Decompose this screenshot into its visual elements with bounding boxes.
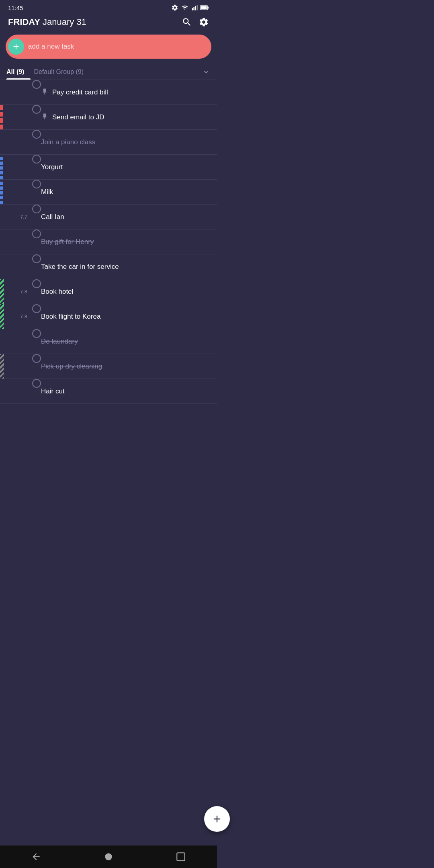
task-checkbox[interactable] bbox=[32, 254, 41, 263]
task-content: Book hotel bbox=[41, 279, 217, 304]
tabs-bar: All (9) Default Group (9) bbox=[0, 64, 217, 80]
task-text: Send email to JD bbox=[52, 113, 104, 121]
task-row[interactable]: Buy gift for Henry bbox=[0, 229, 217, 254]
settings-status-icon bbox=[171, 4, 178, 11]
task-text: Buy gift for Henry bbox=[41, 238, 94, 246]
task-checkbox[interactable] bbox=[32, 304, 41, 313]
task-row[interactable]: Pick up dry cleaning bbox=[0, 354, 217, 379]
task-row[interactable]: 7.8Book flight to Korea bbox=[0, 304, 217, 329]
task-checkbox[interactable] bbox=[32, 329, 41, 338]
pin-icon bbox=[41, 88, 48, 97]
task-content: Join a piano class bbox=[41, 130, 217, 154]
task-date: 7.8 bbox=[20, 313, 27, 319]
accent-blue bbox=[0, 180, 3, 204]
task-content: Pay credit card bill bbox=[41, 80, 217, 104]
task-text: Pick up dry cleaning bbox=[41, 362, 102, 371]
task-checkbox[interactable] bbox=[32, 80, 41, 89]
task-checkbox[interactable] bbox=[32, 130, 41, 139]
header-date: FRIDAY January 31 bbox=[8, 17, 86, 27]
task-date: 7.8 bbox=[20, 289, 27, 295]
task-row[interactable]: Take the car in for service bbox=[0, 254, 217, 279]
tab-default-group[interactable]: Default Group (9) bbox=[34, 64, 90, 80]
task-row[interactable]: Join a piano class bbox=[0, 130, 217, 155]
status-icons bbox=[171, 4, 209, 11]
search-icon[interactable] bbox=[182, 17, 192, 27]
date-label: January 31 bbox=[43, 17, 86, 27]
header-actions bbox=[182, 17, 209, 27]
task-content: Take the car in for service bbox=[41, 254, 217, 279]
task-content: Send email to JD bbox=[41, 105, 217, 129]
task-content: Milk bbox=[41, 180, 217, 204]
status-time: 11:45 bbox=[8, 4, 23, 11]
task-text: Call Ian bbox=[41, 213, 64, 221]
task-checkbox[interactable] bbox=[32, 155, 41, 164]
task-date-cell bbox=[0, 180, 32, 204]
task-date-cell bbox=[0, 130, 32, 154]
battery-icon bbox=[200, 5, 209, 10]
task-date-cell: 7.7 bbox=[0, 205, 32, 229]
svg-rect-0 bbox=[192, 8, 193, 10]
task-text: Book flight to Korea bbox=[41, 313, 100, 321]
task-text: Take the car in for service bbox=[41, 263, 119, 271]
task-row[interactable]: Do laundary bbox=[0, 329, 217, 354]
task-date-cell bbox=[0, 354, 32, 379]
task-date-cell bbox=[0, 80, 32, 104]
task-row[interactable]: Yorgurt bbox=[0, 155, 217, 180]
svg-rect-5 bbox=[208, 6, 209, 8]
settings-icon[interactable] bbox=[199, 17, 209, 27]
task-row[interactable]: Hair cut bbox=[0, 379, 217, 404]
task-text: Do laundary bbox=[41, 338, 78, 346]
task-date-cell bbox=[0, 229, 32, 254]
svg-rect-6 bbox=[201, 6, 207, 9]
task-text: Yorgurt bbox=[41, 163, 63, 171]
task-date-cell bbox=[0, 379, 32, 403]
wifi-icon bbox=[181, 4, 189, 11]
add-task-placeholder[interactable]: add a new task bbox=[28, 43, 74, 51]
header: FRIDAY January 31 bbox=[0, 14, 217, 32]
task-row[interactable]: 7.8Book hotel bbox=[0, 279, 217, 304]
task-date-cell bbox=[0, 155, 32, 179]
task-checkbox[interactable] bbox=[32, 279, 41, 288]
day-name: FRIDAY bbox=[8, 17, 40, 27]
task-date-cell bbox=[0, 105, 32, 129]
task-date-cell: 7.8 bbox=[0, 304, 32, 329]
accent-green bbox=[0, 279, 4, 304]
svg-rect-1 bbox=[193, 7, 194, 10]
add-task-bar[interactable]: add a new task bbox=[6, 35, 211, 59]
signal-icon bbox=[191, 4, 198, 11]
accent-blue bbox=[0, 155, 3, 179]
plus-icon bbox=[12, 42, 20, 51]
task-date-cell bbox=[0, 329, 32, 354]
task-text: Join a piano class bbox=[41, 138, 95, 146]
task-content: Call Ian bbox=[41, 205, 217, 229]
accent-red bbox=[0, 105, 3, 129]
task-checkbox[interactable] bbox=[32, 354, 41, 363]
task-content: Pick up dry cleaning bbox=[41, 354, 217, 379]
status-bar: 11:45 bbox=[0, 0, 217, 14]
task-row[interactable]: Milk bbox=[0, 180, 217, 205]
task-content: Book flight to Korea bbox=[41, 304, 217, 329]
task-text: Milk bbox=[41, 188, 53, 196]
svg-rect-2 bbox=[195, 6, 196, 10]
task-content: Do laundary bbox=[41, 329, 217, 354]
task-content: Yorgurt bbox=[41, 155, 217, 179]
task-list: Pay credit card billSend email to JDJoin… bbox=[0, 80, 217, 404]
task-checkbox[interactable] bbox=[32, 105, 41, 114]
task-checkbox[interactable] bbox=[32, 229, 41, 238]
task-checkbox[interactable] bbox=[32, 205, 41, 213]
task-content: Hair cut bbox=[41, 379, 217, 403]
task-row[interactable]: Send email to JD bbox=[0, 105, 217, 130]
task-date: 7.7 bbox=[20, 214, 27, 220]
task-checkbox[interactable] bbox=[32, 379, 41, 388]
add-task-plus-button[interactable] bbox=[8, 39, 24, 55]
task-text: Pay credit card bill bbox=[52, 88, 108, 96]
task-row[interactable]: Pay credit card bill bbox=[0, 80, 217, 105]
tab-all[interactable]: All (9) bbox=[6, 64, 31, 80]
task-content: Buy gift for Henry bbox=[41, 229, 217, 254]
task-row[interactable]: 7.7Call Ian bbox=[0, 205, 217, 229]
task-checkbox[interactable] bbox=[32, 180, 41, 188]
task-date-cell: 7.8 bbox=[0, 279, 32, 304]
task-date-cell bbox=[0, 254, 32, 279]
accent-gray bbox=[0, 354, 4, 379]
tab-chevron[interactable] bbox=[202, 68, 211, 76]
